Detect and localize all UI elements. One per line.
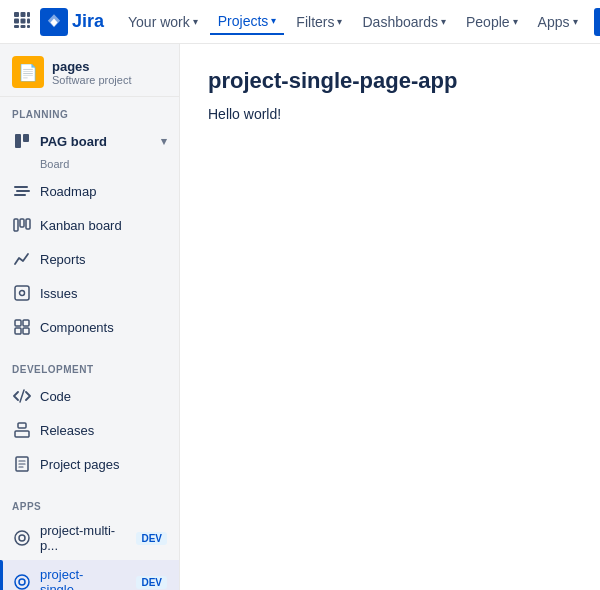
project-pages-label: Project pages (40, 457, 167, 472)
chevron-down-icon: ▾ (441, 16, 446, 27)
sidebar-item-issues[interactable]: Issues (0, 276, 179, 310)
svg-rect-25 (15, 431, 29, 437)
svg-rect-22 (15, 328, 21, 334)
svg-rect-23 (23, 328, 29, 334)
svg-rect-20 (15, 320, 21, 326)
svg-rect-18 (15, 286, 29, 300)
app2-badge: DEV (136, 576, 167, 589)
create-button[interactable]: Create (594, 8, 601, 36)
chevron-down-icon: ▾ (573, 16, 578, 27)
roadmap-label: Roadmap (40, 184, 167, 199)
nav-filters[interactable]: Filters ▾ (288, 10, 350, 34)
svg-rect-15 (14, 219, 18, 231)
svg-rect-3 (14, 19, 19, 24)
top-navigation: Jira Your work ▾ Projects ▾ Filters ▾ Da… (0, 0, 600, 44)
chevron-down-icon: ▾ (337, 16, 342, 27)
sidebar-item-components[interactable]: Components (0, 310, 179, 344)
issues-icon (12, 283, 32, 303)
planning-section-label: PLANNING (0, 97, 179, 124)
app2-label: project-single-... (40, 567, 124, 590)
nav-apps[interactable]: Apps ▾ (530, 10, 586, 34)
jira-logo-text: Jira (72, 11, 104, 32)
board-sub-label: Board (0, 158, 179, 174)
svg-point-34 (19, 579, 25, 585)
svg-rect-11 (23, 134, 29, 142)
sidebar-item-kanban[interactable]: Kanban board (0, 208, 179, 242)
pages-icon (12, 454, 32, 474)
kanban-label: Kanban board (40, 218, 167, 233)
sidebar-item-app2[interactable]: project-single-... DEV (0, 560, 179, 590)
chevron-down-icon: ▾ (193, 16, 198, 27)
board-icon (12, 131, 32, 151)
svg-rect-7 (21, 25, 26, 28)
releases-label: Releases (40, 423, 167, 438)
reports-icon (12, 249, 32, 269)
nav-projects[interactable]: Projects ▾ (210, 9, 285, 35)
kanban-icon (12, 215, 32, 235)
sidebar-item-reports[interactable]: Reports (0, 242, 179, 276)
project-name: pages (52, 59, 131, 74)
svg-point-33 (15, 575, 29, 589)
svg-rect-2 (27, 12, 30, 17)
svg-rect-8 (27, 25, 30, 28)
jira-logo[interactable]: Jira (40, 8, 104, 36)
components-label: Components (40, 320, 167, 335)
project-header[interactable]: 📄 pages Software project (0, 44, 179, 97)
svg-point-32 (19, 535, 25, 541)
svg-rect-4 (21, 19, 26, 24)
svg-point-19 (20, 291, 25, 296)
app1-label: project-multi-p... (40, 523, 124, 553)
svg-rect-6 (14, 25, 19, 28)
svg-rect-10 (15, 134, 21, 148)
sidebar-item-app1[interactable]: project-multi-p... DEV (0, 516, 179, 560)
project-info: pages Software project (52, 59, 131, 86)
nav-yourwork[interactable]: Your work ▾ (120, 10, 206, 34)
sidebar-item-roadmap[interactable]: Roadmap (0, 174, 179, 208)
svg-rect-26 (18, 423, 26, 428)
svg-rect-0 (14, 12, 19, 17)
app1-badge: DEV (136, 532, 167, 545)
issues-label: Issues (40, 286, 167, 301)
svg-point-31 (15, 531, 29, 545)
reports-label: Reports (40, 252, 167, 267)
releases-icon (12, 420, 32, 440)
components-icon (12, 317, 32, 337)
layout: 📄 pages Software project PLANNING PAG bo… (0, 44, 600, 590)
board-group: PAG board ▾ Board (0, 124, 179, 174)
app1-icon (12, 528, 32, 548)
main-content: project-single-page-app Hello world! (180, 44, 600, 590)
sidebar-item-releases[interactable]: Releases (0, 413, 179, 447)
nav-dashboards[interactable]: Dashboards ▾ (354, 10, 454, 34)
board-label: PAG board (40, 134, 153, 149)
code-label: Code (40, 389, 167, 404)
svg-rect-1 (21, 12, 26, 17)
chevron-down-icon: ▾ (513, 16, 518, 27)
sidebar-item-board[interactable]: PAG board ▾ (0, 124, 179, 158)
chevron-down-icon: ▾ (271, 15, 276, 26)
sidebar-item-project-pages[interactable]: Project pages (0, 447, 179, 481)
chevron-down-icon: ▾ (161, 135, 167, 148)
grid-icon[interactable] (12, 10, 32, 33)
nav-people[interactable]: People ▾ (458, 10, 526, 34)
hello-text: Hello world! (208, 106, 572, 122)
roadmap-icon (12, 181, 32, 201)
sidebar: 📄 pages Software project PLANNING PAG bo… (0, 44, 180, 590)
page-title: project-single-page-app (208, 68, 572, 94)
avatar: 📄 (12, 56, 44, 88)
code-icon (12, 386, 32, 406)
svg-rect-17 (26, 219, 30, 229)
app2-icon (12, 572, 32, 590)
sidebar-item-code[interactable]: Code (0, 379, 179, 413)
project-type: Software project (52, 74, 131, 86)
svg-rect-21 (23, 320, 29, 326)
development-section-label: DEVELOPMENT (0, 352, 179, 379)
svg-line-24 (20, 390, 24, 402)
svg-rect-5 (27, 19, 30, 24)
svg-rect-16 (20, 219, 24, 227)
apps-section-label: APPS (0, 489, 179, 516)
